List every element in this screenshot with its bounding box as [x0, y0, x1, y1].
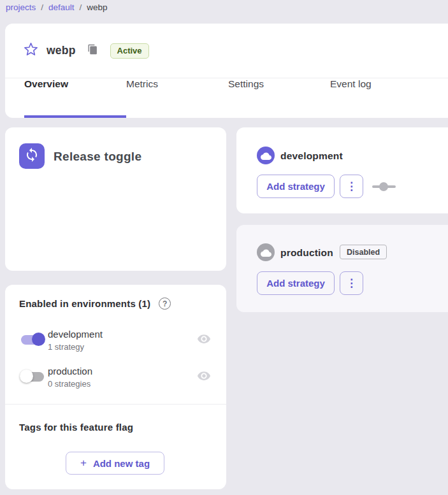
breadcrumb-current: webp	[87, 3, 107, 12]
environment-strategy-count: 1 strategy	[48, 342, 84, 352]
disabled-chip: Disabled	[340, 245, 387, 259]
star-icon	[24, 42, 38, 59]
card-divider	[5, 404, 226, 405]
add-strategy-label: Add strategy	[266, 278, 325, 289]
kebab-menu-icon: ⋮	[346, 181, 357, 192]
feature-tabs: Overview Metrics Settings Event log	[24, 78, 432, 118]
add-new-tag-label: Add new tag	[93, 458, 150, 469]
kebab-menu-icon: ⋮	[346, 278, 357, 289]
environments-card: Enabled in environments (1) ? developmen…	[5, 285, 226, 489]
eye-icon	[197, 337, 211, 348]
environment-panel-production: production Disabled Add strategy ⋮	[236, 225, 448, 312]
node-dot	[379, 182, 388, 191]
environment-strategy-count: 0 strategies	[48, 379, 90, 389]
add-strategy-button[interactable]: Add strategy	[257, 175, 335, 198]
environment-name: production	[48, 366, 92, 377]
visibility-button[interactable]	[197, 332, 211, 346]
environments-heading-row: Enabled in environments (1) ?	[19, 298, 171, 310]
tab-metrics[interactable]: Metrics	[126, 78, 228, 118]
sync-arrows-icon	[24, 147, 40, 165]
breadcrumb: projects / default / webp	[6, 1, 108, 13]
breadcrumb-projects[interactable]: projects	[6, 3, 36, 12]
more-actions-button[interactable]: ⋮	[340, 271, 363, 295]
environment-panel-name: development	[280, 150, 343, 162]
tab-overview-label: Overview	[24, 78, 68, 89]
feature-header-card: webp Active Overview Metrics Settings Ev…	[5, 24, 448, 118]
tab-overview[interactable]: Overview	[24, 78, 126, 118]
copy-icon	[87, 44, 98, 57]
active-tab-indicator	[24, 115, 126, 118]
tab-metrics-label: Metrics	[126, 78, 158, 89]
more-actions-button[interactable]: ⋮	[340, 175, 363, 198]
toggle-thumb	[32, 333, 45, 346]
environment-panel-name: production	[280, 247, 333, 259]
feature-title-row: webp Active	[5, 24, 448, 78]
copy-name-button[interactable]	[87, 45, 99, 57]
feature-details-card: Release toggle Project: default No descr…	[5, 127, 226, 271]
eye-icon	[197, 374, 211, 385]
toggle-thumb	[20, 369, 33, 383]
tab-settings-label: Settings	[228, 78, 264, 89]
tab-event-log[interactable]: Event log	[330, 78, 432, 118]
toggle-development[interactable]	[20, 333, 45, 347]
breadcrumb-separator: /	[41, 3, 43, 12]
tags-heading: Tags for this feature flag	[19, 422, 133, 433]
environment-panel-development: development Add strategy ⋮	[236, 127, 448, 213]
environment-cloud-icon	[257, 243, 275, 261]
release-toggle-icon	[19, 143, 45, 169]
favorite-button[interactable]	[23, 43, 38, 59]
environment-row-development: development 1 strategy	[5, 327, 226, 355]
strategy-node-icon	[372, 182, 396, 191]
environment-cloud-icon	[257, 147, 275, 164]
help-icon[interactable]: ?	[159, 298, 171, 310]
add-strategy-label: Add strategy	[266, 181, 325, 192]
plus-icon: +	[80, 457, 87, 470]
feature-flag-title: webp	[47, 44, 76, 57]
add-new-tag-button[interactable]: + Add new tag	[66, 452, 164, 475]
add-strategy-button[interactable]: Add strategy	[257, 271, 335, 295]
visibility-button[interactable]	[197, 369, 211, 383]
toggle-production[interactable]	[20, 369, 45, 384]
tab-settings[interactable]: Settings	[228, 78, 330, 118]
environment-name: development	[48, 329, 103, 340]
environments-heading: Enabled in environments (1)	[19, 298, 150, 309]
breadcrumb-separator: /	[80, 3, 82, 12]
flag-type-title: Release toggle	[54, 150, 141, 164]
environment-row-production: production 0 strategies	[5, 364, 226, 392]
breadcrumb-default[interactable]: default	[48, 3, 75, 12]
status-badge: Active	[110, 43, 149, 59]
tab-event-log-label: Event log	[330, 78, 372, 89]
